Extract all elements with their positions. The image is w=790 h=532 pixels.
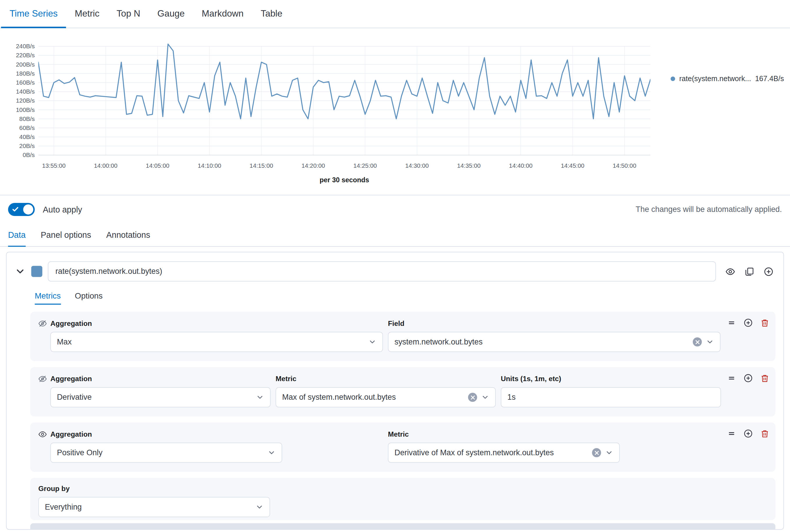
trash-icon [760, 374, 769, 383]
tab-metric[interactable]: Metric [66, 0, 108, 27]
tab-markdown[interactable]: Markdown [193, 0, 252, 27]
field-label: Field [388, 319, 720, 328]
chart-interval-caption: per 30 seconds [38, 176, 651, 184]
tab-table[interactable]: Table [252, 0, 291, 27]
y-axis-tick: 20B/s [19, 142, 35, 149]
aggregation-label: Aggregation [50, 430, 383, 439]
chevron-down-icon [706, 338, 714, 346]
chart-legend-item[interactable]: rate(system.network... 167.4B/s [671, 74, 784, 82]
x-axis-tick: 14:40:00 [509, 162, 533, 169]
chevron-down-icon [368, 338, 376, 346]
add-metric-button[interactable] [744, 429, 753, 438]
drag-handle-icon[interactable] [727, 429, 736, 438]
x-axis-tick: 14:45:00 [561, 162, 584, 169]
y-axis-tick: 80B/s [19, 115, 35, 122]
metric-combobox[interactable]: Derivative of Max of system.network.out.… [388, 443, 620, 463]
delete-metric-button[interactable] [760, 429, 769, 438]
x-axis-tick: 13:55:00 [42, 162, 66, 169]
plus-circle-icon [744, 318, 753, 327]
drag-handle-icon[interactable] [727, 374, 736, 383]
aggregation-row-positive-only: Aggregation Positive Only Metric Derivat… [30, 422, 775, 472]
field-value: system.network.out.bytes [394, 338, 689, 346]
copy-icon [745, 267, 754, 276]
metric-row-actions [727, 318, 769, 327]
metric-label: Metric [388, 430, 720, 439]
aggregation-select[interactable]: Derivative [50, 387, 271, 407]
aggregation-label: Aggregation [50, 374, 271, 383]
drag-handle-icon[interactable] [727, 318, 736, 327]
tab-time-series[interactable]: Time Series [1, 0, 66, 27]
tab-top-n[interactable]: Top N [108, 0, 149, 27]
y-axis-tick: 40B/s [19, 133, 35, 140]
eye-slash-icon [38, 374, 51, 407]
add-metric-button[interactable] [744, 318, 753, 327]
aggregation-value: Positive Only [57, 448, 263, 457]
legend-series-dot [671, 76, 675, 81]
clear-selection-icon[interactable] [592, 448, 601, 457]
y-axis-tick: 240B/s [16, 43, 35, 50]
field-combobox[interactable]: system.network.out.bytes [388, 332, 720, 352]
tab-metrics[interactable]: Metrics [35, 287, 61, 305]
aggregation-value: Max [57, 338, 365, 346]
next-section-strip [30, 523, 775, 529]
y-axis-tick: 160B/s [16, 79, 35, 86]
add-series-button[interactable] [764, 267, 773, 276]
clear-selection-icon[interactable] [693, 338, 702, 346]
series-subtabs: Metrics Options [7, 287, 784, 305]
toggle-series-visibility-button[interactable] [725, 267, 735, 276]
units-input[interactable] [501, 387, 721, 407]
series-label-input[interactable] [48, 261, 716, 281]
tab-panel-options[interactable]: Panel options [41, 224, 91, 246]
legend-series-value: 167.4B/s [755, 74, 784, 82]
series-panel: Metrics Options Aggregation Max Field [6, 252, 784, 530]
group-by-select[interactable]: Everything [38, 497, 270, 517]
metric-row-actions [727, 374, 769, 383]
aggregation-row-max: Aggregation Max Field system.network.out… [30, 312, 775, 361]
metric-label: Metric [275, 374, 496, 383]
chevron-down-icon [268, 449, 276, 457]
series-actions [725, 267, 773, 276]
time-series-plot[interactable] [38, 43, 651, 158]
plus-circle-icon [744, 374, 753, 383]
plus-circle-icon [744, 429, 753, 438]
series-collapse-toggle[interactable] [15, 266, 25, 277]
metric-row-actions [727, 429, 769, 438]
y-axis-tick: 180B/s [16, 70, 35, 77]
delete-metric-button[interactable] [760, 374, 769, 383]
y-axis-tick: 140B/s [16, 88, 35, 95]
auto-apply-label: Auto apply [43, 205, 82, 214]
y-axis: 0B/s20B/s40B/s60B/s80B/s100B/s120B/s140B… [5, 43, 38, 172]
x-axis-tick: 14:05:00 [146, 162, 169, 169]
chevron-down-icon [605, 449, 613, 457]
aggregation-select[interactable]: Max [50, 332, 383, 352]
auto-apply-toggle[interactable] [8, 203, 35, 216]
x-axis-tick: 14:10:00 [198, 162, 221, 169]
x-axis: 13:55:0014:00:0014:05:0014:10:0014:15:00… [38, 162, 651, 172]
metric-value: Derivative of Max of system.network.out.… [394, 448, 588, 457]
tsvb-visual-builder: Time Series Metric Top N Gauge Markdown … [0, 0, 790, 532]
metric-combobox[interactable]: Max of system.network.out.bytes [275, 387, 496, 407]
x-axis-tick: 14:15:00 [250, 162, 273, 169]
aggregation-select[interactable]: Positive Only [50, 443, 282, 463]
tab-options[interactable]: Options [75, 287, 103, 305]
y-axis-tick: 100B/s [16, 106, 35, 113]
tab-annotations[interactable]: Annotations [106, 224, 150, 246]
clear-selection-icon[interactable] [468, 393, 477, 402]
auto-apply-row: Auto apply The changes will be automatic… [0, 195, 790, 224]
units-label: Units (1s, 1m, etc) [501, 374, 721, 383]
clone-series-button[interactable] [745, 267, 754, 276]
add-metric-button[interactable] [744, 374, 753, 383]
tab-data[interactable]: Data [8, 224, 25, 246]
series-color-swatch[interactable] [31, 266, 42, 277]
chevron-down-icon [481, 393, 489, 401]
series-header [7, 252, 784, 287]
chart-section: 0B/s20B/s40B/s60B/s80B/s100B/s120B/s140B… [0, 28, 790, 195]
editor-tabs: Data Panel options Annotations [0, 224, 790, 247]
trash-icon [760, 429, 769, 438]
x-axis-tick: 14:25:00 [353, 162, 377, 169]
group-by-section: Group by Everything [30, 478, 775, 520]
y-axis-tick: 120B/s [16, 97, 35, 104]
delete-metric-button[interactable] [760, 318, 769, 327]
y-axis-tick: 0B/s [23, 151, 35, 158]
tab-gauge[interactable]: Gauge [149, 0, 194, 27]
